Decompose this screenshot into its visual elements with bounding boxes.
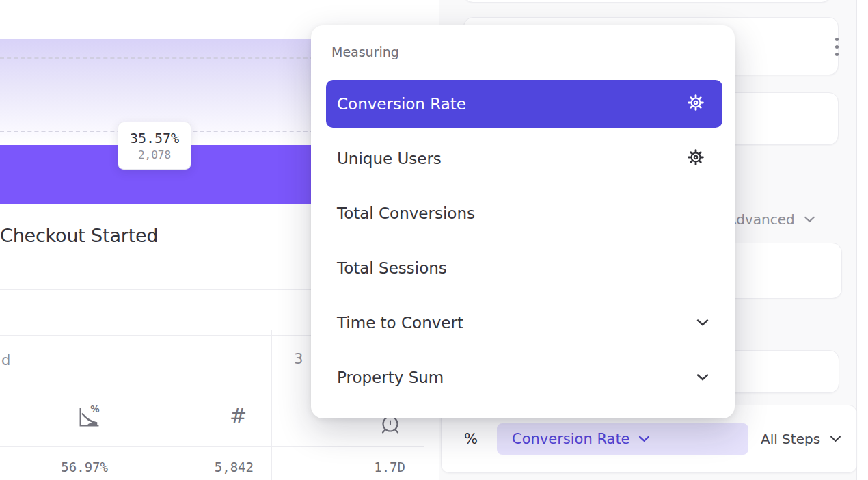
step-name-fragment: d [1, 352, 10, 369]
menu-item-label: Total Conversions [337, 204, 475, 222]
measuring-dropdown-menu: Measuring Conversion Rate Unique Users [311, 25, 735, 418]
chevron-down-icon [696, 374, 709, 382]
query-card-top [463, 0, 831, 3]
gear-icon[interactable] [687, 148, 705, 169]
menu-item-label: Time to Convert [337, 314, 463, 332]
conversion-rate-icon: % [75, 403, 103, 434]
chevron-down-icon [638, 436, 650, 442]
menu-item-label: Unique Users [337, 150, 442, 168]
funnel-analysis-screen: 35.57% 2,078 Checkout Started d 3 % # [0, 0, 868, 480]
menu-item-conversion-rate[interactable]: Conversion Rate [326, 80, 722, 128]
measuring-pill-button[interactable]: Conversion Rate [497, 423, 748, 455]
all-steps-dropdown[interactable]: All Steps [761, 431, 841, 447]
tooltip-count: 2,078 [138, 148, 171, 161]
kebab-menu-button[interactable] [835, 38, 839, 56]
percent-metric-icon: % [464, 431, 478, 447]
all-steps-label: All Steps [761, 431, 820, 447]
metric-value-conversion-rate: 56.97% [40, 459, 108, 475]
chevron-down-icon [696, 319, 709, 327]
chevron-down-icon [804, 216, 815, 223]
tooltip-conversion-rate: 35.57% [130, 130, 179, 146]
bar-hover-tooltip: 35.57% 2,078 [118, 122, 191, 170]
menu-item-label: Property Sum [337, 369, 444, 386]
chart-gridline [0, 57, 321, 59]
advanced-dropdown[interactable]: Advanced [727, 211, 815, 228]
chevron-down-icon [830, 436, 841, 442]
metric-value-time: 1.7D [337, 459, 405, 475]
menu-item-unique-users[interactable]: Unique Users [326, 135, 722, 183]
count-icon: # [230, 406, 247, 427]
funnel-step-label: Checkout Started [0, 225, 158, 246]
table-column-divider [271, 330, 272, 480]
menu-item-label: Total Sessions [337, 259, 447, 277]
menu-item-total-conversions[interactable]: Total Conversions [326, 189, 722, 237]
advanced-label: Advanced [727, 211, 795, 228]
measuring-menu-label: Measuring [331, 44, 399, 59]
menu-item-total-sessions[interactable]: Total Sessions [326, 244, 722, 292]
table-row-divider [0, 446, 424, 447]
measuring-pill-label: Conversion Rate [512, 431, 630, 447]
step-number: 3 [294, 351, 303, 367]
gear-icon[interactable] [687, 94, 705, 114]
menu-item-property-sum[interactable]: Property Sum [326, 354, 722, 401]
svg-text:%: % [90, 404, 99, 414]
menu-item-label: Conversion Rate [337, 95, 466, 113]
menu-item-time-to-convert[interactable]: Time to Convert [326, 299, 722, 347]
metric-value-count: 5,842 [185, 459, 254, 475]
